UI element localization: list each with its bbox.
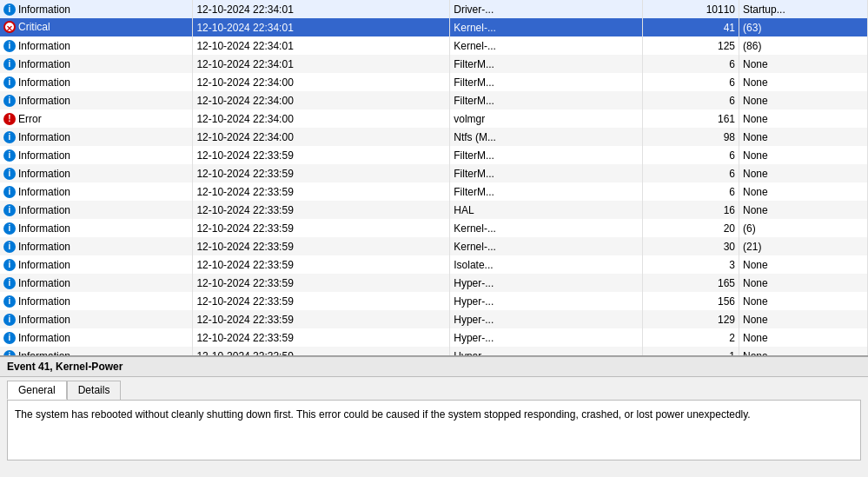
task-cell: None <box>739 328 868 347</box>
source-cell: FilterM... <box>450 91 643 109</box>
eventid-cell: 98 <box>643 128 739 146</box>
level-label: Information <box>18 275 70 292</box>
table-row[interactable]: iInformation12-10-2024 22:34:01FilterM..… <box>0 55 868 73</box>
source-cell: FilterM... <box>450 182 643 201</box>
level-cell: iInformation <box>3 74 70 91</box>
level-label: Information <box>18 56 70 73</box>
level-label: Information <box>18 183 70 201</box>
eventid-cell: 6 <box>643 73 739 91</box>
source-cell: Kernel-... <box>450 237 643 255</box>
table-row[interactable]: ✕Critical12-10-2024 22:34:01Kernel-...41… <box>0 18 868 36</box>
date-cell: 12-10-2024 22:34:01 <box>193 18 450 36</box>
task-cell: None <box>739 310 868 328</box>
table-row[interactable]: iInformation12-10-2024 22:34:00FilterM..… <box>0 91 868 109</box>
eventid-cell: 2 <box>643 328 739 347</box>
table-row[interactable]: iInformation12-10-2024 22:33:59Hyper-...… <box>0 328 868 347</box>
eventid-cell: 20 <box>643 219 739 237</box>
task-cell: (6) <box>739 219 868 237</box>
table-row[interactable]: iInformation12-10-2024 22:34:00FilterM..… <box>0 73 868 91</box>
table-row[interactable]: iInformation12-10-2024 22:34:01Driver-..… <box>0 0 868 18</box>
source-cell: Hyper-... <box>450 347 643 356</box>
info-icon: i <box>3 314 16 326</box>
task-cell: (86) <box>739 36 868 55</box>
table-row[interactable]: iInformation12-10-2024 22:33:59FilterM..… <box>0 182 868 201</box>
info-icon: i <box>3 168 16 180</box>
source-cell: FilterM... <box>450 164 643 182</box>
table-row[interactable]: !Error12-10-2024 22:34:00volmgr161None <box>0 109 868 128</box>
task-cell: None <box>739 164 868 182</box>
table-row[interactable]: iInformation12-10-2024 22:34:01Kernel-..… <box>0 36 868 55</box>
date-cell: 12-10-2024 22:34:01 <box>193 55 450 73</box>
level-label: Information <box>18 74 70 91</box>
level-label: Information <box>18 165 70 182</box>
eventid-cell: 10110 <box>643 0 739 18</box>
level-cell: iInformation <box>3 183 70 201</box>
table-row[interactable]: iInformation12-10-2024 22:33:59Kernel-..… <box>0 237 868 255</box>
level-cell: !Error <box>3 110 42 128</box>
level-label: Information <box>18 329 70 347</box>
info-icon: i <box>3 131 16 143</box>
info-icon: i <box>3 3 16 16</box>
level-label: Information <box>18 92 70 109</box>
date-cell: 12-10-2024 22:33:59 <box>193 201 450 219</box>
tab-general[interactable]: General <box>7 381 67 400</box>
info-icon: i <box>3 241 16 253</box>
task-cell: None <box>739 146 868 164</box>
level-label: Information <box>18 37 70 55</box>
table-row[interactable]: iInformation12-10-2024 22:33:59FilterM..… <box>0 164 868 182</box>
source-cell: HAL <box>450 201 643 219</box>
table-row[interactable]: iInformation12-10-2024 22:33:59Hyper-...… <box>0 274 868 292</box>
critical-icon: ✕ <box>3 21 16 33</box>
info-icon: i <box>3 222 16 235</box>
date-cell: 12-10-2024 22:33:59 <box>193 146 450 164</box>
tab-details[interactable]: Details <box>67 381 122 400</box>
table-row[interactable]: iInformation12-10-2024 22:33:59FilterM..… <box>0 146 868 164</box>
level-label: Information <box>18 1 70 18</box>
eventid-cell: 6 <box>643 164 739 182</box>
table-row[interactable]: iInformation12-10-2024 22:33:59HAL16None <box>0 201 868 219</box>
error-icon: ! <box>3 113 16 125</box>
source-cell: volmgr <box>450 109 643 128</box>
table-row[interactable]: iInformation12-10-2024 22:33:59Isolate..… <box>0 255 868 274</box>
detail-description: The system has rebooted without cleanly … <box>15 408 751 421</box>
table-row[interactable]: iInformation12-10-2024 22:33:59Hyper-...… <box>0 292 868 310</box>
task-cell: None <box>739 91 868 109</box>
task-cell: None <box>739 201 868 219</box>
source-cell: FilterM... <box>450 146 643 164</box>
date-cell: 12-10-2024 22:33:59 <box>193 328 450 347</box>
date-cell: 12-10-2024 22:33:59 <box>193 219 450 237</box>
task-cell: None <box>739 255 868 274</box>
date-cell: 12-10-2024 22:33:59 <box>193 237 450 255</box>
event-table: iInformation12-10-2024 22:34:01Driver-..… <box>0 0 868 356</box>
level-cell: iInformation <box>3 275 70 292</box>
level-label: Information <box>18 348 70 356</box>
level-cell: iInformation <box>3 220 70 237</box>
level-cell: iInformation <box>3 165 70 182</box>
task-cell: None <box>739 109 868 128</box>
date-cell: 12-10-2024 22:33:59 <box>193 182 450 201</box>
table-row[interactable]: iInformation12-10-2024 22:34:00Ntfs (M..… <box>0 128 868 146</box>
table-row[interactable]: iInformation12-10-2024 22:33:59Hyper-...… <box>0 347 868 356</box>
info-icon: i <box>3 149 16 162</box>
info-icon: i <box>3 186 16 198</box>
table-row[interactable]: iInformation12-10-2024 22:33:59Kernel-..… <box>0 219 868 237</box>
event-viewer: iInformation12-10-2024 22:34:01Driver-..… <box>0 0 868 477</box>
info-icon: i <box>3 95 16 107</box>
eventid-cell: 16 <box>643 201 739 219</box>
level-cell: ✕Critical <box>3 18 50 36</box>
info-icon: i <box>3 58 16 70</box>
source-cell: FilterM... <box>450 73 643 91</box>
level-cell: iInformation <box>3 311 70 328</box>
eventid-cell: 156 <box>643 292 739 310</box>
info-icon: i <box>3 40 16 52</box>
info-icon: i <box>3 76 16 89</box>
table-row[interactable]: iInformation12-10-2024 22:33:59Hyper-...… <box>0 310 868 328</box>
level-cell: iInformation <box>3 293 70 310</box>
source-cell: Hyper-... <box>450 292 643 310</box>
event-list-container[interactable]: iInformation12-10-2024 22:34:01Driver-..… <box>0 0 868 356</box>
info-icon: i <box>3 350 16 356</box>
source-cell: Kernel-... <box>450 18 643 36</box>
level-label: Information <box>18 238 70 255</box>
eventid-cell: 6 <box>643 91 739 109</box>
task-cell: None <box>739 55 868 73</box>
